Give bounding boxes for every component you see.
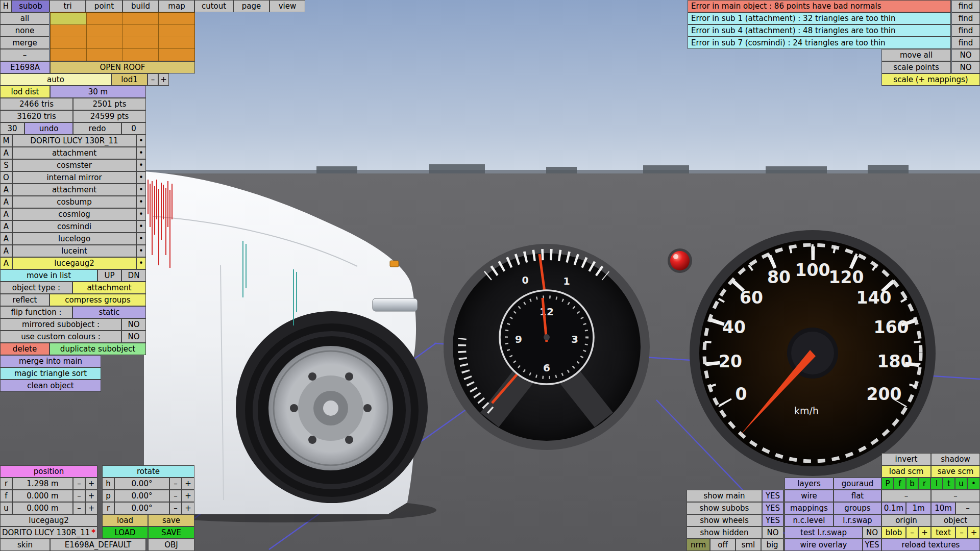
object-type-cell[interactable]: A — [0, 184, 12, 196]
page-grid-cell[interactable] — [123, 13, 159, 24]
dash-button[interactable]: – — [931, 490, 980, 502]
grid-1m-button[interactable]: 1m — [906, 502, 931, 514]
text-minus-button[interactable]: – — [955, 527, 968, 539]
reflect-button[interactable]: reflect — [0, 294, 50, 306]
menu-item-cutout[interactable]: cutout — [194, 0, 233, 12]
lr-swap-button[interactable]: l.r.swap — [834, 514, 881, 527]
object-type-cell[interactable]: A — [0, 147, 12, 159]
load-subobject-button[interactable]: load — [102, 514, 148, 527]
object-visibility-dot[interactable]: • — [136, 196, 146, 208]
nrm-sml-button[interactable]: sml — [736, 539, 761, 551]
pos-plus-button[interactable]: + — [85, 502, 97, 514]
object-visibility-dot[interactable]: • — [136, 171, 146, 184]
object-type-cell[interactable]: A — [0, 245, 12, 257]
layers-button[interactable]: layers — [785, 478, 834, 490]
dash-button[interactable]: – — [955, 502, 980, 514]
blob-button[interactable]: blob — [881, 527, 906, 539]
object-type-cell[interactable]: A — [0, 208, 12, 220]
object-name-cell[interactable]: internal mirror — [12, 171, 136, 184]
nrm-button[interactable]: nrm — [687, 539, 710, 551]
show-main-toggle[interactable]: YES — [762, 490, 783, 502]
flag-button-t[interactable]: t — [943, 478, 955, 490]
object-name-cell[interactable]: lucelogo — [12, 233, 136, 245]
grid-01m-button[interactable]: 0.1m — [881, 502, 906, 514]
find-error-button[interactable]: find — [951, 37, 980, 49]
page-grid-cell[interactable] — [87, 13, 122, 24]
custom-colours-toggle[interactable]: NO — [121, 331, 146, 343]
object-type-cell[interactable]: O — [0, 171, 12, 184]
nrm-off-button[interactable]: off — [710, 539, 736, 551]
object-type-cell[interactable]: S — [0, 159, 12, 171]
menu-item-subob[interactable]: subob — [12, 0, 50, 12]
dash-button[interactable]: – — [881, 490, 931, 502]
wire-overlay-toggle[interactable]: YES — [863, 539, 881, 551]
object-type-cell[interactable]: A — [0, 220, 12, 233]
show-wheels-toggle[interactable]: YES — [762, 514, 783, 527]
menu-item-h[interactable]: H — [0, 0, 12, 12]
rot-minus-button[interactable]: – — [169, 490, 182, 502]
rot-plus-button[interactable]: + — [182, 478, 194, 490]
pos-value-field[interactable]: 0.000 m — [12, 490, 73, 502]
find-error-button[interactable]: find — [951, 0, 980, 12]
pos-plus-button[interactable]: + — [85, 490, 97, 502]
reload-textures-button[interactable]: reload textures — [881, 539, 980, 551]
select-none-button[interactable]: none — [0, 24, 50, 37]
text-plus-button[interactable]: + — [968, 527, 980, 539]
page-grid-cell[interactable] — [51, 13, 86, 24]
object-type-cell[interactable]: M — [0, 135, 12, 147]
object-visibility-dot[interactable]: • — [136, 159, 146, 171]
text-button[interactable]: text — [931, 527, 955, 539]
flip-function-value[interactable]: static — [72, 306, 146, 318]
page-grid-cell[interactable] — [123, 49, 159, 61]
object-name-cell[interactable]: cosmindi — [12, 220, 136, 233]
page-grid-cell[interactable] — [159, 13, 194, 24]
undo-button[interactable]: undo — [24, 122, 73, 135]
show-subobs-toggle[interactable]: YES — [762, 502, 783, 514]
object-name-cell[interactable]: cosbump — [12, 196, 136, 208]
clean-object-button[interactable]: clean object — [0, 380, 101, 392]
menu-item-map[interactable]: map — [159, 0, 194, 12]
page-grid-cell[interactable] — [87, 49, 122, 61]
pos-value-field[interactable]: 1.298 m — [12, 478, 73, 490]
rot-minus-button[interactable]: – — [169, 502, 182, 514]
page-grid-cell[interactable] — [87, 37, 122, 49]
object-name-cell[interactable]: luceint — [12, 245, 136, 257]
object-name-cell[interactable]: attachment — [12, 147, 136, 159]
object-name-cell[interactable]: cosmster — [12, 159, 136, 171]
menu-item-view[interactable]: view — [270, 0, 305, 12]
menu-item-build[interactable]: build — [122, 0, 159, 12]
select-all-button[interactable]: all — [0, 12, 50, 24]
pos-plus-button[interactable]: + — [85, 478, 97, 490]
open-roof-button[interactable]: OPEN ROOF — [50, 61, 195, 73]
shadow-button[interactable]: shadow — [931, 453, 980, 465]
wire-button[interactable]: wire — [785, 490, 834, 502]
nrm-big-button[interactable]: big — [761, 539, 783, 551]
object-name-cell[interactable]: DORITO LUCY 130R_11 — [12, 135, 136, 147]
tail-light-lens[interactable] — [668, 248, 692, 273]
load-car-button[interactable]: LOAD — [102, 527, 148, 539]
find-error-button[interactable]: find — [951, 24, 980, 37]
object-type-cell[interactable]: A — [0, 233, 12, 245]
object-name-cell[interactable]: attachment — [12, 184, 136, 196]
lod-button[interactable]: lod1 — [111, 73, 148, 86]
blob-minus-button[interactable]: – — [906, 527, 918, 539]
object-visibility-dot[interactable]: • — [136, 184, 146, 196]
page-grid-cell[interactable] — [51, 37, 86, 49]
show-hidden-toggle[interactable]: NO — [762, 527, 783, 539]
pos-value-field[interactable]: 0.000 m — [12, 502, 73, 514]
pos-minus-button[interactable]: – — [73, 478, 85, 490]
page-grid-cell[interactable] — [159, 37, 194, 49]
flag-button-dot[interactable]: • — [967, 478, 980, 490]
invert-button[interactable]: invert — [881, 453, 931, 465]
object-visibility-dot[interactable]: • — [136, 233, 146, 245]
flag-button-l[interactable]: l — [930, 478, 943, 490]
move-down-button[interactable]: DN — [121, 269, 146, 282]
groups-button[interactable]: groups — [834, 502, 881, 514]
object-type-value[interactable]: attachment — [72, 282, 146, 294]
save-car-button[interactable]: SAVE — [148, 527, 194, 539]
object-visibility-dot[interactable]: • — [136, 147, 146, 159]
page-grid-cell[interactable] — [87, 25, 122, 37]
clock-gauge[interactable]: 0 1 12 3 6 9 — [444, 244, 650, 450]
scale-points-toggle[interactable]: NO — [951, 61, 980, 73]
object-visibility-dot[interactable]: • — [136, 220, 146, 233]
